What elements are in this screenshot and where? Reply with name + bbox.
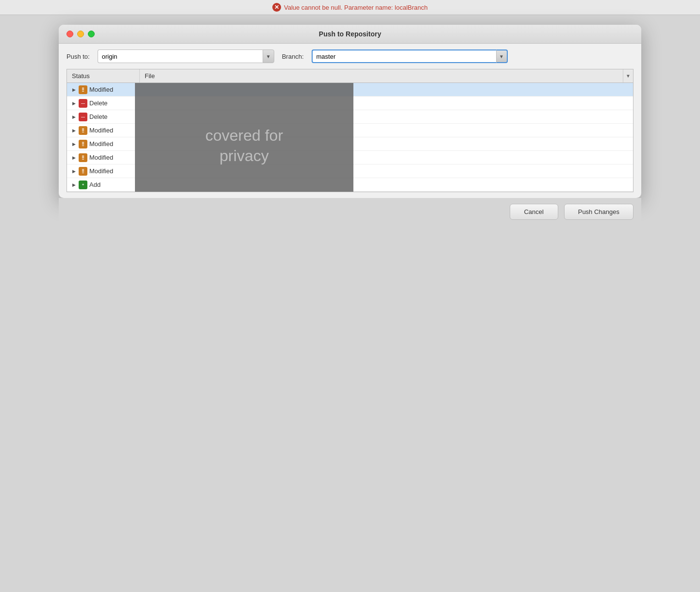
push-to-group: ▼ bbox=[98, 49, 274, 63]
row-expander-icon[interactable]: ▶ bbox=[71, 155, 77, 161]
action-row: Cancel Push Changes bbox=[59, 198, 641, 226]
status-cell: ▶ ⣿ Modified bbox=[67, 124, 140, 137]
modified-status-icon: ⣿ bbox=[79, 126, 87, 135]
cancel-button[interactable]: Cancel bbox=[510, 204, 558, 220]
push-to-chevron-icon: ▼ bbox=[266, 54, 271, 59]
modified-status-icon: ⣿ bbox=[79, 85, 87, 94]
branch-input[interactable] bbox=[312, 49, 496, 63]
status-label: Modified bbox=[89, 154, 113, 161]
push-changes-button[interactable]: Push Changes bbox=[564, 204, 633, 220]
title-bar: Push to Repository bbox=[59, 25, 641, 44]
error-icon: ✕ bbox=[272, 3, 281, 12]
branch-dropdown-button[interactable]: ▼ bbox=[496, 49, 508, 63]
privacy-text: covered forprivacy bbox=[205, 126, 283, 166]
row-expander-icon[interactable]: ▶ bbox=[71, 141, 77, 147]
branch-chevron-icon: ▼ bbox=[499, 54, 504, 59]
table-header: Status File ▼ bbox=[67, 69, 633, 83]
status-cell: ▶ ⣿ Modified bbox=[67, 83, 140, 96]
status-cell: ▶ — Delete bbox=[67, 97, 140, 110]
add-status-icon: + bbox=[79, 181, 87, 189]
status-cell: ▶ ⣿ Modified bbox=[67, 165, 140, 178]
table-body: ▶ ⣿ Modified covered forprivacy ▶ — Dele… bbox=[67, 83, 633, 192]
push-to-input[interactable] bbox=[98, 49, 263, 63]
row-expander-icon[interactable]: ▶ bbox=[71, 182, 77, 188]
status-column-header: Status bbox=[67, 69, 140, 82]
status-cell: ▶ + Add bbox=[67, 179, 140, 191]
status-cell: ▶ — Delete bbox=[67, 111, 140, 123]
table-row[interactable]: ▶ ⣿ Modified covered forprivacy bbox=[67, 83, 633, 97]
modified-status-icon: ⣿ bbox=[79, 153, 87, 162]
dialog-window: Push to Repository Push to: ▼ Branch: ▼ … bbox=[59, 25, 641, 198]
status-label: Modified bbox=[89, 140, 113, 148]
files-table: Status File ▼ ▶ ⣿ Modified covered forpr… bbox=[67, 69, 633, 192]
delete-status-icon: — bbox=[79, 99, 87, 108]
delete-status-icon: — bbox=[79, 113, 87, 121]
error-banner: ✕ Value cannot be null. Parameter name: … bbox=[0, 0, 700, 15]
status-label: Delete bbox=[89, 113, 108, 120]
row-expander-icon[interactable]: ▶ bbox=[71, 114, 77, 120]
dialog-title: Push to Repository bbox=[319, 30, 381, 38]
row-expander-icon[interactable]: ▶ bbox=[71, 128, 77, 133]
status-label: Modified bbox=[89, 86, 113, 93]
push-to-label: Push to: bbox=[67, 53, 90, 60]
toolbar-row: Push to: ▼ Branch: ▼ bbox=[59, 44, 641, 69]
status-label: Add bbox=[89, 181, 100, 188]
branch-group: ▼ bbox=[312, 49, 508, 63]
status-label: Modified bbox=[89, 167, 113, 175]
branch-label: Branch: bbox=[282, 53, 304, 60]
row-expander-icon[interactable]: ▶ bbox=[71, 87, 77, 93]
modified-status-icon: ⣿ bbox=[79, 140, 87, 148]
row-expander-icon[interactable]: ▶ bbox=[71, 100, 77, 106]
status-cell: ▶ ⣿ Modified bbox=[67, 138, 140, 150]
error-message: Value cannot be null. Parameter name: lo… bbox=[284, 4, 428, 11]
sort-icon-cell: ▼ bbox=[623, 69, 633, 82]
row-expander-icon[interactable]: ▶ bbox=[71, 168, 77, 174]
privacy-overlay: covered forprivacy bbox=[135, 83, 353, 192]
sort-icon: ▼ bbox=[626, 73, 631, 79]
status-label: Delete bbox=[89, 99, 108, 107]
modified-status-icon: ⣿ bbox=[79, 167, 87, 176]
traffic-lights bbox=[67, 31, 95, 37]
status-label: Modified bbox=[89, 127, 113, 134]
minimize-button[interactable] bbox=[77, 31, 84, 37]
push-to-dropdown-button[interactable]: ▼ bbox=[263, 49, 274, 63]
file-column-header: File bbox=[140, 69, 623, 82]
maximize-button[interactable] bbox=[88, 31, 95, 37]
status-cell: ▶ ⣿ Modified bbox=[67, 151, 140, 164]
close-button[interactable] bbox=[67, 31, 73, 37]
